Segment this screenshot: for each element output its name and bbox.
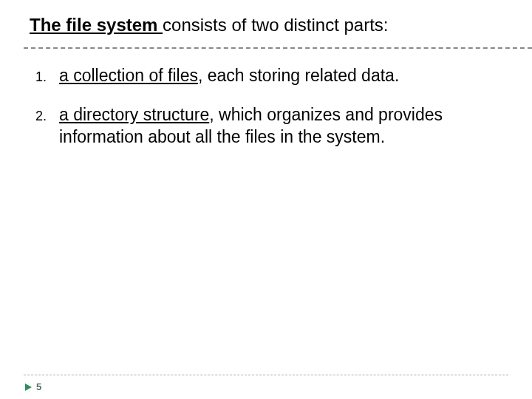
list-text: a directory structure, which organizes a… [59, 104, 497, 149]
list-text: a collection of files, each storing rela… [59, 65, 497, 87]
play-triangle-icon [25, 383, 32, 391]
title-underlined: The file system [30, 15, 163, 35]
title-normal: consists of two distinct parts: [163, 15, 388, 35]
footer-divider [24, 375, 508, 375]
page-marker: 5 [25, 381, 41, 392]
list-item: 2. a directory structure, which organize… [35, 104, 497, 149]
title-divider [24, 47, 532, 49]
list-number: 2. [35, 104, 59, 127]
list-number: 1. [35, 65, 59, 88]
slide-title: The file system consists of two distinct… [30, 13, 389, 37]
slide: The file system consists of two distinct… [0, 0, 532, 399]
list-key-phrase: a directory structure [59, 105, 209, 124]
page-number: 5 [36, 381, 41, 392]
list-item: 1. a collection of files, each storing r… [35, 65, 497, 88]
list-rest: , each storing related data. [198, 66, 399, 85]
list-key-phrase: a collection of files [59, 66, 198, 85]
ordered-list: 1. a collection of files, each storing r… [35, 65, 497, 165]
